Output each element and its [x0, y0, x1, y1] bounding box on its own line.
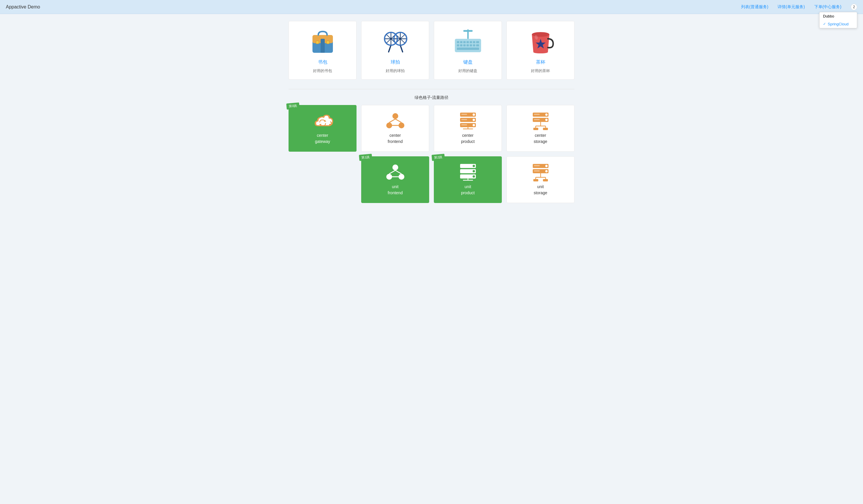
product-card-racket[interactable]: 球拍 好用的球拍 [361, 21, 429, 80]
svg-line-45 [389, 119, 395, 123]
svg-rect-90 [534, 165, 540, 166]
svg-point-55 [473, 124, 475, 126]
header-nav: 列表(普通服务) 详情(单元服务) 下单(中心服务) Dubbo ✓ Sprin… [741, 4, 857, 10]
svg-point-81 [473, 170, 475, 172]
empty-cell [289, 156, 357, 203]
svg-rect-29 [457, 44, 459, 46]
svg-rect-4 [321, 39, 325, 53]
svg-rect-35 [476, 44, 479, 46]
svg-rect-31 [463, 44, 466, 46]
svg-rect-61 [534, 114, 540, 115]
svg-point-60 [545, 113, 548, 116]
svg-rect-23 [460, 41, 462, 43]
server-icon-center-product [456, 112, 480, 129]
network-icon-unit-frontend [384, 163, 407, 181]
traffic-card-center-storage[interactable]: centerstorage [506, 105, 574, 152]
svg-rect-85 [461, 176, 467, 177]
svg-rect-22 [457, 41, 459, 43]
svg-rect-53 [461, 119, 467, 120]
card-label-unit-storage: unitstorage [534, 184, 547, 196]
springcloud-label: SpringCloud [828, 22, 849, 26]
nav-order-link[interactable]: 下单(中心服务) [814, 4, 841, 10]
traffic-card-unit-storage[interactable]: unitstorage [506, 156, 574, 203]
svg-rect-33 [470, 44, 472, 46]
storage-icon-unit [529, 163, 552, 181]
nav-detail-link[interactable]: 详情(单元服务) [777, 4, 805, 10]
traffic-grid: 第0跳 centergateway [289, 105, 574, 203]
svg-rect-25 [466, 41, 469, 43]
cup-icon [526, 27, 555, 56]
svg-point-84 [473, 175, 475, 178]
main-content: 书包 好用的书包 [0, 14, 863, 210]
product-name-bag: 书包 [318, 59, 327, 65]
card-label-center-product: centerproduct [461, 133, 475, 145]
product-card-keyboard[interactable]: 键盘 好用的键盘 [434, 21, 502, 80]
section-divider [289, 89, 574, 89]
svg-point-42 [392, 113, 398, 119]
traffic-card-unit-product[interactable]: 第2跳 unitproduct [434, 156, 502, 203]
svg-rect-98 [533, 179, 538, 181]
svg-rect-50 [461, 114, 467, 115]
svg-rect-27 [473, 41, 475, 43]
dubbo-label: Dubbo [823, 14, 834, 18]
keyboard-icon [453, 27, 483, 56]
svg-point-89 [545, 165, 548, 167]
traffic-card-unit-frontend[interactable]: 第1跳 unitfrontend [361, 156, 429, 203]
dropdown-item-springcloud[interactable]: ✓ SpringCloud [820, 20, 857, 28]
product-card-bag[interactable]: 书包 好用的书包 [289, 21, 357, 80]
svg-rect-82 [461, 170, 467, 172]
hop-badge-1: 第1跳 [359, 154, 372, 161]
badge-count: 2 [851, 4, 857, 10]
card-label-unit-frontend: unitfrontend [388, 184, 403, 196]
traffic-card-center-gateway[interactable]: 第0跳 centergateway [289, 105, 357, 152]
hop-badge-0: 第0跳 [286, 102, 300, 110]
svg-rect-30 [460, 44, 462, 46]
svg-line-74 [389, 170, 395, 174]
product-name-cup: 茶杯 [536, 59, 545, 65]
app-title: Appactive Demo [6, 4, 40, 10]
product-desc-keyboard: 好用的键盘 [458, 68, 477, 74]
network-icon-center-frontend [384, 112, 407, 129]
server-icon-unit-product [456, 163, 480, 181]
svg-line-10 [389, 45, 391, 52]
card-label-unit-product: unitproduct [461, 184, 475, 196]
svg-rect-36 [457, 48, 479, 50]
nav-list-link[interactable]: 列表(普通服务) [741, 4, 768, 10]
product-name-keyboard: 键盘 [463, 59, 473, 65]
traffic-card-center-product[interactable]: centerproduct [434, 105, 502, 152]
bag-icon [308, 27, 337, 56]
svg-rect-93 [534, 170, 540, 172]
traffic-card-center-frontend[interactable]: centerfrontend [361, 105, 429, 152]
svg-rect-32 [466, 44, 469, 46]
svg-line-75 [395, 170, 401, 174]
product-desc-bag: 好用的书包 [313, 68, 332, 74]
section-label: 绿色格子-流量路径 [289, 95, 574, 100]
storage-icon-center [529, 112, 552, 129]
racket-icon [381, 27, 410, 56]
svg-rect-34 [473, 44, 475, 46]
svg-point-37 [532, 32, 549, 37]
product-desc-racket: 好用的球拍 [386, 68, 405, 74]
svg-line-46 [395, 119, 401, 123]
hop-badge-2: 第2跳 [432, 154, 445, 161]
svg-point-52 [473, 119, 475, 121]
product-card-cup[interactable]: 茶杯 好用的茶杯 [506, 21, 574, 80]
svg-rect-70 [543, 128, 548, 130]
svg-rect-99 [543, 179, 548, 181]
svg-rect-2 [316, 41, 319, 44]
framework-dropdown-wrapper: Dubbo ✓ SpringCloud 2 [851, 4, 857, 10]
svg-rect-64 [534, 119, 540, 120]
card-label-center-frontend: centerfrontend [388, 133, 403, 145]
svg-rect-28 [476, 41, 479, 43]
products-grid: 书包 好用的书包 [289, 21, 574, 80]
svg-point-63 [545, 119, 548, 121]
product-name-racket: 球拍 [391, 59, 400, 65]
svg-rect-69 [533, 128, 538, 130]
dropdown-item-dubbo[interactable]: Dubbo [820, 12, 857, 20]
svg-point-92 [545, 170, 548, 172]
cloud-icon [311, 112, 334, 129]
svg-line-16 [400, 45, 403, 52]
svg-point-49 [473, 113, 475, 116]
card-label-center-storage: centerstorage [534, 133, 547, 145]
framework-dropdown[interactable]: Dubbo ✓ SpringCloud [819, 12, 857, 28]
